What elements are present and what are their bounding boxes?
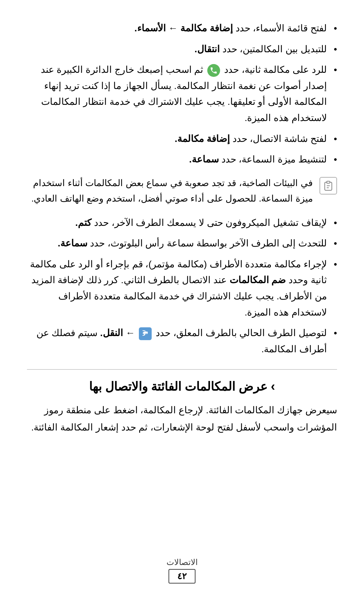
list-item-5: لتنشيط ميزة السماعة، حدد سماعة.	[27, 151, 337, 168]
section-divider	[27, 369, 337, 370]
footer: الاتصالات ٤٢	[0, 558, 364, 584]
footer-label: الاتصالات	[0, 558, 364, 567]
list-item-3: للرد على مكالمة ثانية، حدد ثم اسحب إصبعك…	[27, 62, 337, 126]
bullet-text-6: لإيقاف تشغيل الميكروفون حتى لا يسمعك الط…	[75, 217, 327, 228]
bullet-text-9: لتوصيل الطرف الحالي بالطرف المعلق، حدد ←…	[36, 328, 327, 354]
bullet-text-7: للتحدث إلى الطرف الآخر بواسطة سماعة رأس …	[58, 238, 327, 248]
bullet-text-8: لإجراء مكالمة متعددة الأطراف (مكالمة مؤت…	[30, 259, 327, 318]
svg-rect-0	[327, 181, 330, 183]
bullet-list-1: لفتح قائمة الأسماء، حدد إضافة مكالمة ← ا…	[27, 20, 337, 168]
list-item-1: لفتح قائمة الأسماء، حدد إضافة مكالمة ← ا…	[27, 20, 337, 36]
note-text: في البيئات الصاخبة، قد تجد صعوبة في سماع…	[27, 176, 313, 207]
section-heading: عرض المكالمات الفائتة والاتصال بها	[27, 379, 337, 394]
bullet-text-5: لتنشيط ميزة السماعة، حدد سماعة.	[189, 154, 327, 165]
bullet-text-4: لفتح شاشة الاتصال، حدد إضافة مكالمة.	[175, 133, 327, 144]
list-item-4: لفتح شاشة الاتصال، حدد إضافة مكالمة.	[27, 131, 337, 147]
note-icon	[320, 177, 337, 195]
footer-page-number: ٤٢	[169, 569, 195, 584]
section-body: سيعرض جهازك المكالمات الفائتة. لإرجاع ال…	[27, 402, 337, 436]
bullet-list-2: لإيقاف تشغيل الميكروفون حتى لا يسمعك الط…	[27, 215, 337, 357]
page-container: لفتح قائمة الأسماء، حدد إضافة مكالمة ← ا…	[0, 0, 364, 597]
list-item-6: لإيقاف تشغيل الميكروفون حتى لا يسمعك الط…	[27, 215, 337, 231]
list-item-8: لإجراء مكالمة متعددة الأطراف (مكالمة مؤت…	[27, 256, 337, 320]
green-circle-icon	[207, 64, 220, 77]
note-box: في البيئات الصاخبة، قد تجد صعوبة في سماع…	[27, 176, 337, 207]
blue-transfer-icon	[139, 327, 152, 340]
list-item-9: لتوصيل الطرف الحالي بالطرف المعلق، حدد ←…	[27, 325, 337, 357]
bullet-text-1: لفتح قائمة الأسماء، حدد إضافة مكالمة ← ا…	[134, 23, 327, 33]
bullet-text-2: للتبديل بين المكالمتين، حدد انتقال.	[194, 44, 327, 54]
bullet-text-3: للرد على مكالمة ثانية، حدد ثم اسحب إصبعك…	[41, 64, 327, 123]
list-item-7: للتحدث إلى الطرف الآخر بواسطة سماعة رأس …	[27, 235, 337, 251]
list-item-2: للتبديل بين المكالمتين، حدد انتقال.	[27, 41, 337, 57]
